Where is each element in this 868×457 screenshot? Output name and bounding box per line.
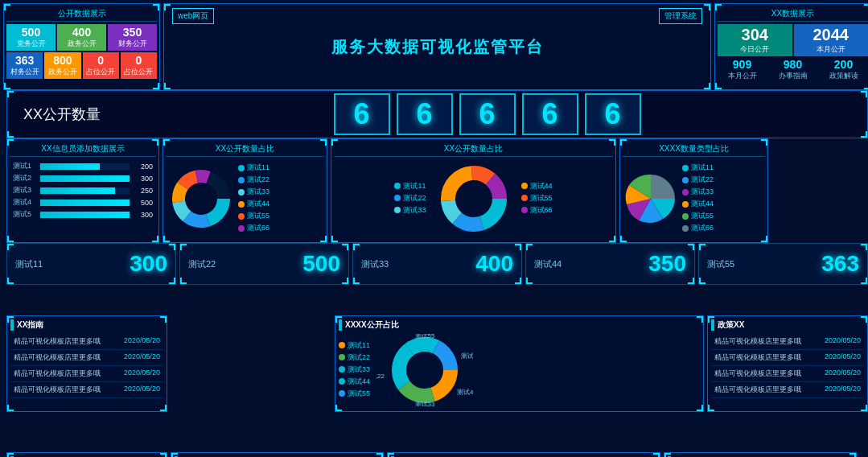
- donut1-legend: 测试11 测试22 测试33 测试44 测试55 测试66: [238, 163, 269, 235]
- stat-card-2: 350 财务公开: [108, 24, 157, 51]
- center-header: web网页 服务大数据可视化监管平台 管理系统: [163, 3, 711, 90]
- policy-items: 精品可视化模板店里更多哦 2020/05/20 精品可视化模板店里更多哦 202…: [711, 334, 864, 398]
- policy-item: 精品可视化模板店里更多哦 2020/05/20: [711, 382, 864, 398]
- donut2-svg: [438, 163, 510, 235]
- stat-card-1: 400 政务公开: [57, 24, 106, 51]
- big-digits: 6 6 6 6 6: [115, 93, 859, 135]
- svg-text:测试55: 测试55: [415, 334, 435, 340]
- donut2-legend-right: 测试44 测试55 测试66: [521, 181, 553, 217]
- nav-web[interactable]: web网页: [172, 8, 214, 24]
- nav-bar: web网页: [172, 8, 214, 24]
- manage-button[interactable]: 管理系统: [659, 8, 702, 24]
- svg-text:测试11: 测试11: [461, 352, 473, 360]
- pie-right-wrap: 测试11 测试22 测试33 测试44 测试55 测试66: [623, 159, 765, 238]
- donut-mid-panel: XXXX公开占比 测试11 测试22 测试33 测试44 测试55: [335, 315, 704, 412]
- stat-card-6: 0 占位公开: [121, 52, 157, 79]
- tr-card1: 304 今日公开: [718, 24, 792, 56]
- donut2-legend-left: 测试11 测试22 测试33: [394, 181, 426, 217]
- donut-mid-svg: 测试55 测试11 测试44 测试33 测试22: [376, 334, 473, 406]
- dashboard: 公开数据展示 500 党务公开 400 政务公开 350 财务公开 363: [0, 0, 868, 457]
- bar-chart-panel: XX信息员添加数据展示 测试1 200 测试2 300 测试3 250 测试4: [6, 138, 159, 243]
- row3: XX信息员添加数据展示 测试1 200 测试2 300 测试3 250 测试4: [3, 138, 868, 243]
- guide-title-bar: XX指南: [10, 319, 163, 331]
- hbar-panel: XXX公开数量 测试11 303030 测试22 805030 测试33 404…: [664, 452, 857, 457]
- top-left-panel: 公开数据展示 500 党务公开 400 政务公开 350 财务公开 363: [3, 3, 160, 90]
- donut-mid-title-bar: XXXX公开占比: [339, 319, 700, 331]
- bar-mini-row: 测试1 200: [13, 161, 153, 171]
- bar-mini-row: 测试5 300: [13, 209, 153, 220]
- tr-sub-0: 909 本月公开: [718, 58, 767, 81]
- donut1-panel: XX公开数量占比 测试11 测试22 测试33 测试44 测试55: [162, 138, 327, 243]
- bar-mini-row: 测试3 250: [13, 185, 153, 196]
- guide-item: 精品可视化模板店里更多哦 2020/05/20: [10, 334, 163, 350]
- digit-3: 6: [522, 93, 578, 135]
- donut-mid-title: XXXX公开占比: [345, 319, 399, 331]
- top-right-panel: XX数据展示 304 今日公开 2044 本月公开 909 本月公开 980: [714, 3, 868, 90]
- svg-text:测试22: 测试22: [376, 373, 385, 380]
- donut-mid-legend: 测试11 测试22 测试33 测试44 测试55: [339, 340, 370, 401]
- bar-chart-mini: 测试1 200 测试2 300 测试3 250 测试4 500: [10, 159, 156, 221]
- guide-title: XX指南: [17, 319, 43, 331]
- release-bar-panel: XXXX发布量 单位：% 监察 警示 测试11测试22测试33测试44测试55测…: [387, 452, 660, 457]
- donut2-title: XX公开数量占比: [334, 142, 613, 157]
- stat-card-5: 0 占位公开: [83, 52, 119, 79]
- pie-right-title: XXXX数量类型占比: [623, 142, 765, 157]
- radar-panel: 主要关注XXXX占比 测试11 测试66 测试55 测试: [6, 452, 167, 457]
- donut1-wrap: 测试11 测试22 测试33 测试44 测试55 测试66: [166, 159, 324, 238]
- tr-card2: 2044 本月公开: [794, 24, 869, 56]
- digit-0: 6: [334, 93, 390, 135]
- donut2-wrap: 测试11 测试22 测试33 测试44 测试55 测试66: [334, 159, 613, 238]
- policy-item: 精品可视化模板店里更多哦 2020/05/20: [711, 350, 864, 366]
- guide-item: 精品可视化模板店里更多哦 2020/05/20: [10, 366, 163, 382]
- policy-item: 精品可视化模板店里更多哦 2020/05/20: [711, 334, 864, 350]
- xx-public-label: XX公开数量: [15, 105, 109, 124]
- pie-right-legend: 测试11 测试22 测试33 测试44 测试55 测试66: [682, 163, 714, 235]
- svg-text:测试44: 测试44: [457, 389, 473, 396]
- policy-title: 政策XX: [718, 319, 744, 331]
- bar-chart-title: XX信息员添加数据展示: [10, 142, 156, 157]
- row3-spacer: [771, 138, 868, 243]
- donut1-title: XX公开数量占比: [166, 142, 324, 157]
- main-title: 服务大数据可视化监管平台: [331, 36, 544, 58]
- policy-title-bar: 政策XX: [711, 319, 864, 331]
- metric-4: 测试55 363: [698, 243, 868, 285]
- digit-1: 6: [397, 93, 453, 135]
- row1: 公开数据展示 500 党务公开 400 政务公开 350 财务公开 363: [3, 3, 868, 90]
- metric-3: 测试44 350: [525, 243, 695, 285]
- row5-spacer: [171, 315, 331, 412]
- row4: 测试11 300 测试22 500 测试33 400 测试44 350 测试55…: [3, 243, 868, 285]
- big-num-section: XX公开数量 6 6 6 6 6: [6, 90, 868, 138]
- pie-right-panel: XXXX数量类型占比 测试11 测试22 测试33 测试44: [619, 138, 768, 243]
- donut-mid-content: 测试11 测试22 测试33 测试44 测试55 测试55 测试11: [339, 334, 700, 406]
- row2: XX公开数量 6 6 6 6 6: [3, 90, 868, 138]
- row6: 主要关注XXXX占比 测试11 测试66 测试55 测试: [3, 452, 868, 457]
- metric-1: 测试22 500: [179, 243, 349, 285]
- tr-sub-2: 200 政策解读: [819, 58, 868, 81]
- top-left-title: 公开数据展示: [6, 6, 157, 22]
- guide-items: 精品可视化模板店里更多哦 2020/05/20 精品可视化模板店里更多哦 202…: [10, 334, 163, 398]
- digit-2: 6: [459, 93, 516, 135]
- svg-text:测试33: 测试33: [415, 401, 435, 406]
- tr-sub-1: 980 办事指南: [768, 58, 817, 81]
- stat-card-0: 500 党务公开: [6, 24, 56, 51]
- stat-card-3: 363 村务公开: [6, 52, 43, 79]
- grouped-bar-panel: 关注XXXX占比 单位：% 财务 村务 党务 政务 政务 测试11 测试22 测…: [171, 452, 384, 457]
- guide-item: 精品可视化模板店里更多哦 2020/05/20: [10, 382, 163, 398]
- row5: XX指南 精品可视化模板店里更多哦 2020/05/20 精品可视化模板店里更多…: [3, 315, 868, 412]
- metric-2: 测试33 400: [352, 243, 522, 285]
- donut1-svg: [169, 167, 233, 231]
- top-right-title: XX数据展示: [718, 6, 868, 22]
- donut2-panel: XX公开数量占比 测试11 测试22 测试33 测试44: [331, 138, 616, 243]
- metric-0: 测试11 300: [6, 243, 176, 285]
- policy-item: 精品可视化模板店里更多哦 2020/05/20: [711, 366, 864, 382]
- digit-4: 6: [585, 93, 641, 135]
- guide-item: 精品可视化模板店里更多哦 2020/05/20: [10, 350, 163, 366]
- bar-mini-row: 测试4 500: [13, 197, 153, 208]
- pie-svg: [623, 171, 679, 227]
- guide-panel: XX指南 精品可视化模板店里更多哦 2020/05/20 精品可视化模板店里更多…: [6, 315, 167, 412]
- stat-card-4: 800 政务公开: [44, 52, 80, 79]
- policy-panel: 政策XX 精品可视化模板店里更多哦 2020/05/20 精品可视化模板店里更多…: [707, 315, 868, 412]
- bar-mini-row: 测试2 300: [13, 173, 153, 183]
